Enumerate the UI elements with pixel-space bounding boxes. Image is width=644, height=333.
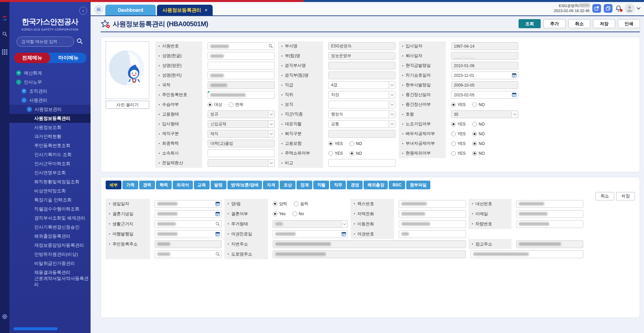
date-field[interactable]: 2023-11-01 [451,72,518,79]
calendar-icon[interactable] [215,232,220,236]
menu-search-input[interactable] [16,37,74,47]
chevron-down-icon[interactable] [512,111,518,117]
sidebar-item[interactable]: 재정보증담당자등록관리 [9,241,91,250]
date-field[interactable] [273,230,348,238]
avatar[interactable] [625,3,635,13]
calendar-icon[interactable] [512,73,517,78]
calendar-icon[interactable] [215,211,220,216]
radio-option[interactable]: NO [350,141,362,146]
text-field[interactable] [399,210,466,218]
sidebar-item[interactable]: 직렬검수수행이력조회 [9,204,91,213]
detail-tab[interactable]: 교육 [194,181,210,189]
radio-option[interactable]: YES [451,122,466,127]
detail-button-취소[interactable]: 취소 [595,192,614,200]
detail-tab[interactable]: 직렬 [313,181,329,189]
search-icon[interactable] [215,252,220,256]
chevron-down-icon[interactable] [268,160,274,166]
radio-option[interactable]: YES [451,141,466,146]
radio-option[interactable]: 면제 [229,102,243,107]
select-field[interactable]: 신입공채 [208,120,275,128]
text-field[interactable] [208,62,275,69]
chevron-down-icon[interactable] [389,82,395,88]
tab-dashboard[interactable]: Dashboard [105,5,156,15]
action-button-취소[interactable]: 취소 [568,19,590,28]
app-logo-icon[interactable] [2,15,7,23]
sidebar-item[interactable]: 사원정보조회 [9,123,91,132]
search-icon[interactable] [268,44,273,48]
select-field[interactable]: 재직 [208,130,275,138]
radio-option[interactable]: 양력 [273,201,287,207]
chevron-down-icon[interactable] [389,101,395,108]
select-field[interactable]: 공통 [328,120,395,128]
radio-option[interactable]: YES [451,102,466,107]
radio-option[interactable]: YES [451,151,466,156]
select-field[interactable]: 4급 [328,81,395,89]
sidebar-item[interactable]: 퇴직현황및예정일조회 [9,177,91,186]
text-field[interactable] [399,220,466,228]
detail-tab[interactable]: 병역/보훈/장애 [227,181,262,189]
favorite-star-icon[interactable] [101,19,109,28]
detail-tab[interactable]: 첨부파일 [406,181,430,189]
sidebar-item[interactable]: 특정기술 인력조회 [9,195,91,204]
chevron-down-icon[interactable] [268,111,274,117]
apps-grid-icon[interactable] [2,49,7,55]
action-button-인쇄[interactable]: 인쇄 [618,19,640,28]
sidebar-item[interactable]: 민방위자원관리(비상) [9,250,91,259]
text-field[interactable] [516,210,583,218]
open-new-window-icon[interactable] [592,4,601,13]
search-icon[interactable] [76,38,84,46]
search-icon[interactable] [215,222,220,226]
chevron-down-icon[interactable] [268,121,274,127]
select-field[interactable]: 행정직 [328,110,395,118]
text-field[interactable] [471,250,583,258]
chevron-down-icon[interactable] [389,121,395,127]
expand-plus-icon[interactable]: + [21,89,26,94]
radio-option[interactable]: NO [472,151,485,156]
detail-tab[interactable]: 경력 [139,181,155,189]
sidebar-item[interactable]: 비밀취급인가증관리 [9,259,91,268]
sidebar-item[interactable]: 주민등록번호조회 [9,141,91,150]
action-button-조회[interactable]: 조회 [519,19,541,28]
select-field[interactable]: 정규 [208,110,275,118]
text-field[interactable] [208,52,275,60]
select-field[interactable] [328,101,395,108]
select-field[interactable]: 차장 [328,91,395,99]
text-field[interactable] [516,220,583,228]
sidebar-item[interactable]: 인사기록카드 조회 [9,150,91,159]
radio-option[interactable]: 대상 [208,102,222,107]
sidebar-item[interactable]: -인사노무 [9,78,91,87]
radio-option[interactable]: 음력 [294,201,308,207]
collapse-minus-icon[interactable]: - [21,98,26,103]
sidebar-item[interactable]: +조직관리 [9,87,91,96]
action-button-추가[interactable]: 추가 [543,19,566,28]
text-field[interactable] [208,149,275,157]
menu-hamburger-icon[interactable] [95,5,103,13]
detail-button-저장[interactable]: 저장 [616,192,635,200]
detail-tab[interactable]: 자격 [263,181,279,189]
collapse-minus-icon[interactable]: - [27,107,32,112]
radio-option[interactable]: NO [472,132,485,136]
sidebar-item[interactable]: -사원관리 [9,96,91,105]
sidebar-item[interactable]: 근로계약서및서약서등록관리 [9,277,91,286]
text-field[interactable] [516,200,583,208]
sidebar-item[interactable]: +예산회계 [9,68,91,78]
chevron-down-icon[interactable] [389,111,395,117]
detail-tab[interactable]: 학력 [156,181,172,189]
search-field[interactable] [155,250,222,258]
chevron-down-icon[interactable] [637,6,640,9]
chevron-down-icon[interactable] [341,221,347,227]
sidebar-item[interactable]: 인사연명부조회 [9,168,91,177]
menu-button-my[interactable]: 마이메뉴 [47,53,87,63]
search-field[interactable] [155,220,222,228]
select-field[interactable] [273,220,348,228]
sidebar-item[interactable]: 해외출장등록관리 [9,232,91,241]
action-button-저장[interactable]: 저장 [593,19,615,28]
expand-plus-icon[interactable]: + [16,70,21,76]
sidebar-item[interactable]: 비상연락망조회 [9,186,91,195]
text-field[interactable] [328,159,395,167]
sidebar-item[interactable]: 인사기록변경신청승인 [9,223,91,232]
settings-gear-icon[interactable] [2,314,8,321]
collapse-minus-icon[interactable]: - [16,80,21,85]
radio-option[interactable]: No [292,211,304,216]
calendar-icon[interactable] [512,92,517,97]
